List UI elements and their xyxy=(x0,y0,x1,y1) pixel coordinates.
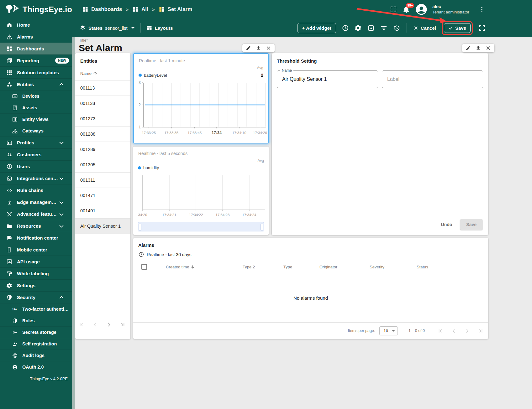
sidebar-item-home[interactable]: Home xyxy=(0,19,72,31)
chart2-legend-humidity[interactable]: humidity xyxy=(138,165,159,170)
first-page-icon[interactable] xyxy=(437,328,443,334)
first-page-icon[interactable] xyxy=(78,322,84,328)
sidebar-item-dashboards[interactable]: Dashboards xyxy=(0,43,72,54)
chart1-legend-batteryLevel[interactable]: batteryLevel xyxy=(139,73,167,78)
sidebar-item-solution-templates[interactable]: Solution templates xyxy=(0,66,72,78)
sidebar-item-roles[interactable]: Roles xyxy=(0,315,72,326)
entity-row[interactable]: 001471 xyxy=(75,188,130,203)
sidebar-item-api-usage[interactable]: API usage xyxy=(0,256,72,267)
sidebar-item-notification-center[interactable]: Notification center xyxy=(0,232,72,244)
page-title[interactable]: Set Alarm xyxy=(79,43,122,53)
entity-row[interactable]: 001273 xyxy=(75,111,130,127)
column-header-created-time[interactable]: Created time xyxy=(166,265,243,269)
entity-row[interactable]: 001491 xyxy=(75,203,130,219)
sidebar-item-reporting[interactable]: ReportingNEW xyxy=(0,54,72,66)
breadcrumb-item-set-alarm[interactable]: Set Alarm xyxy=(159,6,192,13)
previous-page-icon[interactable] xyxy=(92,322,98,328)
column-header-type-2[interactable]: Type 2 xyxy=(243,265,283,269)
sidebar-item-rule-chains[interactable]: Rule chains xyxy=(0,184,72,196)
sidebar-item-oauth-2-0[interactable]: OAuth 2.0 xyxy=(0,361,72,373)
label-field[interactable]: Label xyxy=(382,70,483,88)
logo[interactable]: ThingsEye.io xyxy=(0,4,72,15)
alarms-timewindow-button[interactable]: Realtime - last 30 days xyxy=(133,251,488,260)
select-all-checkbox[interactable] xyxy=(141,264,147,270)
sidebar-item-customers[interactable]: Customers xyxy=(0,148,72,160)
entity-row[interactable]: 001311 xyxy=(75,173,130,188)
close-icon[interactable] xyxy=(486,45,491,51)
edit-pencil-icon[interactable] xyxy=(246,45,251,51)
column-header-status[interactable]: Status xyxy=(417,265,464,269)
items-per-page-select[interactable]: 10 xyxy=(379,326,398,335)
cancel-button[interactable]: Cancel xyxy=(413,25,436,31)
undo-button[interactable]: Undo xyxy=(439,220,454,230)
column-header-severity[interactable]: Severity xyxy=(370,265,417,269)
sidebar-item-settings[interactable]: Settings xyxy=(0,279,72,291)
sidebar-item-devices[interactable]: Devices xyxy=(0,90,72,102)
download-icon[interactable] xyxy=(256,45,261,51)
sidebar-item-profiles[interactable]: Profiles xyxy=(0,137,72,148)
sidebar-item-mobile-center[interactable]: Mobile center xyxy=(0,244,72,256)
next-page-icon[interactable] xyxy=(106,322,112,328)
entity-row[interactable]: Air Quality Sensor 1 xyxy=(75,219,130,234)
entity-row[interactable]: 001305 xyxy=(75,157,130,173)
version-history-icon[interactable] xyxy=(393,24,400,32)
sidebar-item-security[interactable]: Security xyxy=(0,291,72,303)
timeseries-widget-humidity[interactable]: Realtime - last 5 seconds Avg humidity 3… xyxy=(133,147,269,235)
download-icon[interactable] xyxy=(476,45,481,51)
add-widget-button[interactable]: + Add widget xyxy=(298,23,336,33)
column-header-type[interactable]: Type xyxy=(283,265,319,269)
last-page-icon[interactable] xyxy=(120,322,126,328)
breadcrumb-item-all[interactable]: All xyxy=(132,6,148,13)
entity-row[interactable]: 001113 xyxy=(75,80,130,96)
edit-pencil-icon[interactable] xyxy=(466,45,471,51)
previous-page-icon[interactable] xyxy=(451,328,457,334)
breadcrumb-item-dashboards[interactable]: Dashboards xyxy=(82,6,122,13)
name-field[interactable]: Name Air Quality Sensor 1 xyxy=(277,70,378,88)
sidebar-item-advanced-features[interactable]: Advanced features xyxy=(0,208,72,220)
entity-row[interactable]: 001288 xyxy=(75,127,130,142)
time-range-scrollbar[interactable] xyxy=(138,222,264,231)
sidebar-item-edge-management[interactable]: Edge management xyxy=(0,196,72,208)
sidebar-item-secrets-storage[interactable]: Secrets storage xyxy=(0,326,72,338)
sidebar-item-gateways[interactable]: Gateways xyxy=(0,125,72,137)
user-info[interactable]: alec Tenant administrator xyxy=(432,4,469,15)
sidebar-scrollbar[interactable] xyxy=(72,37,75,409)
timewindow-icon[interactable] xyxy=(342,24,349,32)
states-selector[interactable]: States sensor_list xyxy=(80,25,134,31)
dashboard-canvas: Title* Set Alarm Entities Name 001 xyxy=(75,37,532,409)
fullscreen-icon[interactable] xyxy=(478,24,486,32)
sidebar-item-alarms[interactable]: Alarms xyxy=(0,31,72,43)
white-labeling-icon xyxy=(6,271,13,277)
sidebar-item-audit-logs[interactable]: Audit logs xyxy=(0,349,72,361)
layouts-button[interactable]: Layouts xyxy=(146,25,173,31)
sidebar-item-assets[interactable]: Assets xyxy=(0,102,72,113)
settings-gear-icon[interactable] xyxy=(355,24,362,32)
layouts-label: Layouts xyxy=(155,25,173,31)
column-header-originator[interactable]: Originator xyxy=(319,265,370,269)
entity-row[interactable]: 001133 xyxy=(75,96,130,111)
sidebar-item-self-registration[interactable]: Self registration xyxy=(0,338,72,349)
fullscreen-icon[interactable] xyxy=(390,6,397,13)
avatar[interactable] xyxy=(415,3,427,15)
filters-icon[interactable] xyxy=(380,24,387,32)
breadcrumb-label: All xyxy=(141,6,148,13)
sidebar-item-entity-views[interactable]: Entity views xyxy=(0,113,72,125)
notifications-button[interactable]: 99+ xyxy=(402,5,410,13)
last-page-icon[interactable] xyxy=(478,328,484,334)
threshold-save-button[interactable]: Save xyxy=(460,219,482,230)
kebab-menu-icon[interactable] xyxy=(479,6,485,13)
sidebar-item-integrations-center[interactable]: Integrations center xyxy=(0,172,72,184)
entity-row[interactable]: 001289 xyxy=(75,142,130,157)
timeseries-widget-battery[interactable]: Realtime - last 1 minute Avg batteryLeve… xyxy=(133,53,269,143)
next-page-icon[interactable] xyxy=(464,328,470,334)
save-button[interactable]: Save xyxy=(444,23,471,33)
entities-name-column-header[interactable]: Name xyxy=(75,70,130,80)
sidebar-item-entities[interactable]: Entities xyxy=(0,78,72,90)
sidebar-item-label: Assets xyxy=(22,105,37,110)
sidebar-item-white-labeling[interactable]: White labeling xyxy=(0,267,72,279)
close-icon[interactable] xyxy=(266,45,271,51)
entity-aliases-icon[interactable] xyxy=(367,24,375,32)
sidebar-item-two-factor-authenticati-[interactable]: 2FATwo-factor authenticati… xyxy=(0,303,72,315)
sidebar-item-resources[interactable]: Resources xyxy=(0,220,72,232)
sidebar-item-users[interactable]: Users xyxy=(0,160,72,172)
